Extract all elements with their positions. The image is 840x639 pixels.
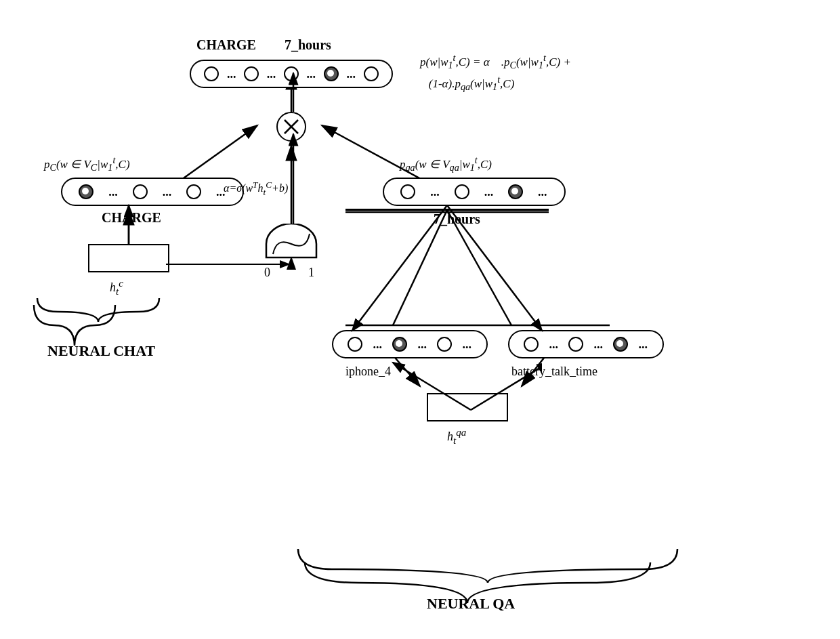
battery-pill-c1 (524, 337, 539, 352)
battery-pill: ... ... ... (508, 330, 664, 358)
ht-c-label: htc (110, 278, 123, 297)
left-pill-filled (79, 184, 93, 199)
neural-chat-brace (30, 298, 166, 342)
neural-chat-label: NEURAL CHAT (47, 342, 155, 360)
pill-circle-1 (204, 66, 219, 81)
top-output-pill: ... ... ... ... (190, 60, 393, 88)
formula-line1: p(w|w1t,C) = α .pC(w|w1t,C) + (420, 51, 571, 73)
svg-line-18 (352, 205, 447, 331)
right-pill-filled (508, 184, 523, 199)
alpha-formula: α=σ(wThtC+b) (224, 180, 288, 198)
seven-hours-right-label: 7_hours (434, 211, 480, 227)
one-label: 1 (308, 266, 314, 280)
iphone-pill-c1 (348, 337, 362, 352)
ht-c-rect (88, 244, 169, 272)
charge-top-label: CHARGE (196, 37, 256, 53)
pc-label: pC(w ∈ VC|w1t,C) (44, 154, 130, 173)
left-pill-c2 (133, 184, 148, 199)
svg-line-11 (447, 210, 511, 325)
iphone4-pill: ... ... ... (332, 330, 488, 358)
battery-pill-c2 (568, 337, 583, 352)
charge-left-label: CHARGE (102, 210, 161, 226)
pill-circle-2 (244, 66, 259, 81)
pill-circle-4 (364, 66, 379, 81)
svg-line-9 (393, 210, 447, 325)
battery-label: battery_talk_time (511, 365, 597, 379)
ht-qa-label: htqa (447, 427, 466, 447)
formula-line2: (1-α).pqa(w|w1t,C) (420, 73, 571, 94)
right-pill-c1 (400, 184, 415, 199)
neural-qa-label: NEURAL QA (427, 595, 515, 613)
ht-qa-rect (427, 393, 508, 421)
pill-circle-3 (284, 66, 299, 81)
right-qa-pill: ... ... ... (383, 178, 566, 206)
left-charge-pill: ... ... ... (61, 178, 244, 206)
triangle-top-bar (345, 209, 549, 211)
iphone-pill-c2 (437, 337, 452, 352)
neural-qa-brace (291, 549, 684, 599)
pill-circle-filled-1 (324, 66, 339, 81)
iphone-pill-filled (392, 337, 407, 352)
seven-hours-top-label: 7_hours (285, 37, 331, 53)
left-pill-c3 (186, 184, 201, 199)
zero-label: 0 (264, 266, 270, 280)
formula-block: p(w|w1t,C) = α .pC(w|w1t,C) + (1-α).pqa(… (420, 51, 571, 95)
sigmoid-node (263, 224, 320, 264)
battery-pill-filled (613, 337, 628, 352)
sigmoid-to-xor (283, 129, 303, 227)
right-pill-c2 (455, 184, 469, 199)
xor-node (276, 112, 306, 142)
iphone4-label: iphone_4 (345, 365, 391, 379)
diagram-container: ... ... ... ... CHARGE 7_hours p(w|w1t,C… (0, 0, 840, 639)
pqa-label: pqa(w ∈ Vqa|w1t,C) (400, 154, 492, 173)
